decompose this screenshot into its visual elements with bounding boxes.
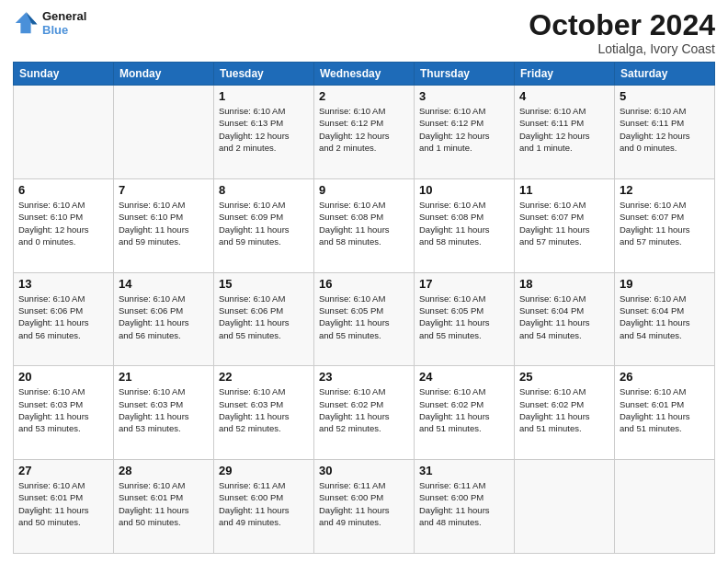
day-info: Sunrise: 6:10 AM Sunset: 6:10 PM Dayligh…	[18, 199, 108, 247]
calendar-week-row: 13Sunrise: 6:10 AM Sunset: 6:06 PM Dayli…	[14, 272, 715, 366]
logo-text: General Blue	[42, 9, 86, 37]
day-info: Sunrise: 6:10 AM Sunset: 6:01 PM Dayligh…	[119, 479, 209, 528]
day-number: 26	[620, 370, 710, 384]
calendar-week-row: 6Sunrise: 6:10 AM Sunset: 6:10 PM Daylig…	[14, 178, 715, 272]
calendar-cell: 5Sunrise: 6:10 AM Sunset: 6:11 PM Daylig…	[615, 86, 715, 179]
day-number: 15	[219, 277, 309, 291]
calendar-cell: 27Sunrise: 6:10 AM Sunset: 6:01 PM Dayli…	[14, 460, 114, 554]
day-number: 22	[219, 370, 309, 384]
day-number: 29	[219, 464, 309, 477]
calendar-header-cell: Thursday	[415, 63, 515, 86]
day-number: 28	[119, 464, 209, 477]
location-subtitle: Lotialga, Ivory Coast	[529, 41, 715, 56]
calendar-cell: 6Sunrise: 6:10 AM Sunset: 6:10 PM Daylig…	[14, 178, 114, 272]
day-info: Sunrise: 6:10 AM Sunset: 6:07 PM Dayligh…	[620, 199, 710, 247]
day-info: Sunrise: 6:10 AM Sunset: 6:02 PM Dayligh…	[419, 385, 509, 434]
calendar-cell: 10Sunrise: 6:10 AM Sunset: 6:08 PM Dayli…	[415, 178, 515, 272]
day-number: 6	[18, 183, 108, 197]
calendar-cell: 2Sunrise: 6:10 AM Sunset: 6:12 PM Daylig…	[314, 86, 415, 179]
day-number: 19	[620, 277, 710, 291]
day-number: 18	[519, 277, 609, 291]
calendar-cell: 31Sunrise: 6:11 AM Sunset: 6:00 PM Dayli…	[415, 460, 515, 554]
day-info: Sunrise: 6:10 AM Sunset: 6:03 PM Dayligh…	[119, 385, 209, 434]
day-info: Sunrise: 6:10 AM Sunset: 6:01 PM Dayligh…	[18, 479, 108, 528]
day-info: Sunrise: 6:11 AM Sunset: 6:00 PM Dayligh…	[219, 479, 309, 528]
title-block: October 2024 Lotialga, Ivory Coast	[529, 9, 715, 56]
day-number: 23	[319, 370, 409, 384]
calendar-cell: 21Sunrise: 6:10 AM Sunset: 6:03 PM Dayli…	[114, 366, 214, 460]
calendar-cell: 16Sunrise: 6:10 AM Sunset: 6:05 PM Dayli…	[314, 272, 415, 366]
logo-icon	[13, 10, 39, 36]
calendar-cell: 26Sunrise: 6:10 AM Sunset: 6:01 PM Dayli…	[615, 366, 715, 460]
day-number: 14	[119, 277, 209, 291]
day-number: 5	[620, 89, 710, 103]
calendar-week-row: 20Sunrise: 6:10 AM Sunset: 6:03 PM Dayli…	[14, 366, 715, 460]
day-number: 4	[519, 89, 609, 103]
day-info: Sunrise: 6:10 AM Sunset: 6:02 PM Dayligh…	[319, 385, 409, 434]
calendar-header-cell: Wednesday	[314, 63, 415, 86]
day-number: 7	[119, 183, 209, 197]
day-info: Sunrise: 6:10 AM Sunset: 6:10 PM Dayligh…	[119, 199, 209, 247]
day-number: 30	[319, 464, 409, 477]
day-number: 1	[219, 89, 309, 103]
calendar-cell: 1Sunrise: 6:10 AM Sunset: 6:13 PM Daylig…	[214, 86, 314, 179]
calendar-cell	[515, 460, 615, 554]
logo: General Blue	[13, 9, 86, 37]
day-info: Sunrise: 6:10 AM Sunset: 6:11 PM Dayligh…	[519, 105, 609, 154]
calendar-week-row: 1Sunrise: 6:10 AM Sunset: 6:13 PM Daylig…	[14, 86, 715, 179]
day-info: Sunrise: 6:10 AM Sunset: 6:07 PM Dayligh…	[519, 199, 609, 247]
day-info: Sunrise: 6:10 AM Sunset: 6:06 PM Dayligh…	[18, 293, 108, 341]
calendar-header-row: SundayMondayTuesdayWednesdayThursdayFrid…	[14, 63, 715, 86]
calendar-cell: 20Sunrise: 6:10 AM Sunset: 6:03 PM Dayli…	[14, 366, 114, 460]
calendar-header-cell: Monday	[114, 63, 214, 86]
calendar-cell: 24Sunrise: 6:10 AM Sunset: 6:02 PM Dayli…	[415, 366, 515, 460]
day-number: 21	[119, 370, 209, 384]
day-info: Sunrise: 6:10 AM Sunset: 6:05 PM Dayligh…	[419, 293, 509, 341]
calendar-cell: 30Sunrise: 6:11 AM Sunset: 6:00 PM Dayli…	[314, 460, 415, 554]
calendar-cell: 13Sunrise: 6:10 AM Sunset: 6:06 PM Dayli…	[14, 272, 114, 366]
day-number: 16	[319, 277, 409, 291]
calendar-week-row: 27Sunrise: 6:10 AM Sunset: 6:01 PM Dayli…	[14, 460, 715, 554]
day-info: Sunrise: 6:10 AM Sunset: 6:02 PM Dayligh…	[519, 385, 609, 434]
day-info: Sunrise: 6:10 AM Sunset: 6:03 PM Dayligh…	[18, 385, 108, 434]
calendar-cell: 4Sunrise: 6:10 AM Sunset: 6:11 PM Daylig…	[515, 86, 615, 179]
day-info: Sunrise: 6:10 AM Sunset: 6:06 PM Dayligh…	[219, 293, 309, 341]
day-number: 11	[519, 183, 609, 197]
day-info: Sunrise: 6:10 AM Sunset: 6:13 PM Dayligh…	[219, 105, 309, 154]
calendar-cell: 9Sunrise: 6:10 AM Sunset: 6:08 PM Daylig…	[314, 178, 415, 272]
calendar-cell: 3Sunrise: 6:10 AM Sunset: 6:12 PM Daylig…	[415, 86, 515, 179]
calendar-cell: 12Sunrise: 6:10 AM Sunset: 6:07 PM Dayli…	[615, 178, 715, 272]
day-info: Sunrise: 6:10 AM Sunset: 6:12 PM Dayligh…	[319, 105, 409, 154]
day-number: 17	[419, 277, 509, 291]
day-number: 3	[419, 89, 509, 103]
day-number: 27	[18, 464, 108, 477]
day-number: 8	[219, 183, 309, 197]
calendar-cell	[114, 86, 214, 179]
calendar-cell: 23Sunrise: 6:10 AM Sunset: 6:02 PM Dayli…	[314, 366, 415, 460]
day-number: 24	[419, 370, 509, 384]
calendar-cell: 18Sunrise: 6:10 AM Sunset: 6:04 PM Dayli…	[515, 272, 615, 366]
calendar-cell: 28Sunrise: 6:10 AM Sunset: 6:01 PM Dayli…	[114, 460, 214, 554]
calendar-cell: 29Sunrise: 6:11 AM Sunset: 6:00 PM Dayli…	[214, 460, 314, 554]
calendar-cell: 25Sunrise: 6:10 AM Sunset: 6:02 PM Dayli…	[515, 366, 615, 460]
day-number: 9	[319, 183, 409, 197]
calendar-cell: 14Sunrise: 6:10 AM Sunset: 6:06 PM Dayli…	[114, 272, 214, 366]
calendar-header-cell: Friday	[515, 63, 615, 86]
calendar-cell: 11Sunrise: 6:10 AM Sunset: 6:07 PM Dayli…	[515, 178, 615, 272]
day-number: 13	[18, 277, 108, 291]
day-number: 20	[18, 370, 108, 384]
day-number: 25	[519, 370, 609, 384]
calendar-body: 1Sunrise: 6:10 AM Sunset: 6:13 PM Daylig…	[14, 86, 715, 554]
day-info: Sunrise: 6:10 AM Sunset: 6:11 PM Dayligh…	[620, 105, 710, 154]
calendar-cell: 15Sunrise: 6:10 AM Sunset: 6:06 PM Dayli…	[214, 272, 314, 366]
day-number: 31	[419, 464, 509, 477]
day-info: Sunrise: 6:10 AM Sunset: 6:08 PM Dayligh…	[319, 199, 409, 247]
day-info: Sunrise: 6:11 AM Sunset: 6:00 PM Dayligh…	[419, 479, 509, 528]
calendar-header-cell: Sunday	[14, 63, 114, 86]
day-info: Sunrise: 6:10 AM Sunset: 6:09 PM Dayligh…	[219, 199, 309, 247]
page-header: General Blue October 2024 Lotialga, Ivor…	[13, 9, 715, 56]
day-info: Sunrise: 6:10 AM Sunset: 6:03 PM Dayligh…	[219, 385, 309, 434]
calendar-cell	[14, 86, 114, 179]
calendar-cell: 8Sunrise: 6:10 AM Sunset: 6:09 PM Daylig…	[214, 178, 314, 272]
day-info: Sunrise: 6:10 AM Sunset: 6:04 PM Dayligh…	[519, 293, 609, 341]
